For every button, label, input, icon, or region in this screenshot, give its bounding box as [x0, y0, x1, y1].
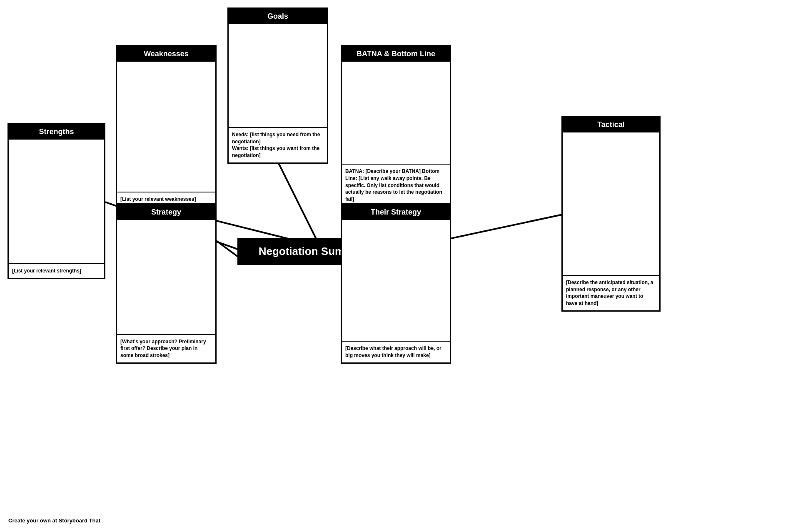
svg-line-2	[278, 162, 317, 240]
strengths-text: [List your relevant strengths]	[9, 264, 104, 278]
their-strategy-text: [Describe what their approach will be, o…	[342, 342, 450, 362]
batna-image	[342, 62, 450, 165]
goals-title: Goals	[229, 9, 327, 24]
footer-label: Create your own at Storyboard That	[8, 517, 100, 524]
tactical-card: Tactical [Describe the anticipated situa…	[561, 116, 661, 312]
strengths-image	[9, 140, 104, 264]
strengths-card: Strengths [List your relevant strengths]	[7, 123, 105, 279]
weaknesses-title: Weaknesses	[117, 46, 215, 62]
tactical-text: [Describe the anticipated situation, a p…	[563, 276, 659, 310]
their-strategy-image	[342, 220, 450, 342]
tactical-title: Tactical	[563, 117, 659, 132]
strategy-text: [What's your approach? Preliminary first…	[117, 335, 215, 362]
weaknesses-image	[117, 62, 215, 192]
strengths-title: Strengths	[9, 124, 104, 140]
goals-card: Goals Needs: [list things you need from …	[227, 7, 328, 164]
strategy-title: Strategy	[117, 205, 215, 220]
batna-text: BATNA: [Describe your BATNA] Bottom Line…	[342, 165, 450, 206]
tactical-image	[563, 132, 659, 276]
batna-title: BATNA & Bottom Line	[342, 46, 450, 62]
batna-card: BATNA & Bottom Line BATNA: [Describe you…	[341, 45, 451, 207]
weaknesses-card: Weaknesses [List your relevant weaknesse…	[116, 45, 217, 207]
goals-text: Needs: [list things you need from the ne…	[229, 128, 327, 162]
their-strategy-title: Their Strategy	[342, 205, 450, 220]
strategy-image	[117, 220, 215, 335]
goals-image	[229, 24, 327, 128]
strategy-card: Strategy [What's your approach? Prelimin…	[116, 203, 217, 364]
their-strategy-card: Their Strategy [Describe what their appr…	[341, 203, 451, 364]
